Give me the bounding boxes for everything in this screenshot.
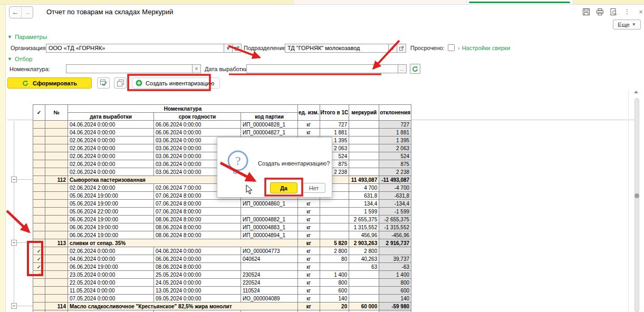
cell-num[interactable] (45, 216, 68, 223)
cell-prod-date[interactable]: 04.06.2024 0:00:00 (68, 121, 154, 129)
cell-num[interactable] (45, 144, 68, 152)
group-row[interactable]: 114Масло сладкосливочное "Крестьянское" … (33, 303, 411, 310)
table-row[interactable]: ✓02.06.2024 0:00:0004.06.2024 0:00:00ИО_… (33, 247, 411, 255)
cell-num[interactable] (45, 208, 68, 216)
cell-total-1c[interactable] (320, 200, 349, 208)
row-checkbox[interactable] (33, 239, 45, 247)
row-checkbox[interactable] (33, 216, 45, 223)
cell-total-1c[interactable]: 727 (320, 121, 349, 129)
table-row[interactable]: ✓23.05.2024 0:00:0025.05.2024 0:00:00230… (33, 271, 411, 279)
table-row[interactable]: 23.03.2024 0:00:0023.06.2025 0:00:00132,… (33, 310, 411, 312)
cell-group-name[interactable]: сливки от сепар. 35% (68, 239, 298, 247)
cell-mercury[interactable]: 1 315,552 (349, 223, 379, 231)
cell-deviation[interactable]: -1 315,552 (379, 223, 411, 231)
cell-num[interactable] (45, 295, 68, 303)
cell-mercury[interactable]: 631,8 (349, 192, 379, 200)
cell-deviation[interactable]: -20 000 (379, 310, 411, 312)
cell-mercury[interactable] (349, 271, 379, 279)
cell-deviation[interactable]: -1 599 (379, 208, 411, 216)
cell-unit[interactable]: кг (298, 271, 320, 279)
cell-batch-code[interactable] (241, 263, 298, 271)
table-row[interactable]: 22.05.2024 0:00:0024.05.2024 0:00:002205… (33, 279, 411, 287)
cell-prod-date[interactable]: 05.06.2024 22:00:00 (68, 208, 154, 216)
cell-prod-date[interactable]: 02.06.2024 2:00:00 (68, 184, 154, 192)
cell-num[interactable] (45, 160, 68, 168)
cell-total-1c[interactable]: 1 400 (320, 271, 349, 279)
cell-deviation[interactable]: 140 (379, 295, 411, 303)
preview-button[interactable] (610, 8, 617, 15)
cell-mercury[interactable] (349, 168, 379, 176)
cell-batch-code[interactable]: 220524 (241, 279, 298, 287)
organization-input[interactable]: ООО «ТД «ГОРНЯК» (46, 44, 224, 53)
cell-shelf-life[interactable]: 06.06.2024 0:00:00 (154, 121, 241, 129)
cell-unit[interactable]: кг (298, 263, 320, 271)
cell-total-1c[interactable] (320, 216, 349, 223)
cell-mercury[interactable]: 63 (349, 263, 379, 271)
row-checkbox[interactable] (33, 303, 45, 310)
cell-deviation[interactable]: 727 (379, 121, 411, 129)
cell-prod-date[interactable]: 06.06.2024 19:00:00 (68, 223, 154, 231)
cell-mercury[interactable] (349, 121, 379, 129)
cell-mercury[interactable]: 60 000 (349, 303, 379, 310)
cell-prod-date[interactable]: 02.06.2024 0:00:00 (68, 144, 154, 152)
cell-total-1c[interactable]: 5 820 (320, 239, 349, 247)
cell-deviation[interactable]: 2 238 (379, 168, 411, 176)
cell-prod-date[interactable]: 02.06.2024 0:00:00 (68, 152, 154, 160)
cell-mercury[interactable] (349, 287, 379, 295)
cell-mercury[interactable]: 20 000 (349, 310, 379, 312)
refresh-filter-button[interactable] (410, 64, 420, 74)
cell-num[interactable] (45, 310, 68, 312)
cell-mercury[interactable] (349, 295, 379, 303)
cell-mercury[interactable] (349, 129, 379, 136)
cell-prod-date[interactable]: 11.05.2024 0:00:00 (68, 287, 154, 295)
browser-tab[interactable] (293, 0, 467, 4)
cell-deviation[interactable] (379, 247, 411, 255)
cell-deviation[interactable]: -59 980 (379, 303, 411, 310)
cell-unit[interactable]: кг (298, 279, 320, 287)
dialog-no-button[interactable]: Нет (302, 183, 325, 193)
cell-num[interactable] (45, 231, 68, 239)
cell-num[interactable] (45, 184, 68, 192)
row-checkbox[interactable] (33, 136, 45, 144)
header-shelf-life[interactable]: срок годности (154, 113, 241, 121)
cell-prod-date[interactable]: 04.06.2024 0:00:00 (68, 255, 154, 263)
collapse-group-button[interactable] (11, 177, 17, 182)
parameters-section-toggle[interactable]: ▼ Параметры (7, 34, 47, 40)
table-row[interactable]: ✓06.06.2024 19:00:0008.06.2024 8:00:00кг… (33, 263, 411, 271)
cell-unit[interactable]: кг (298, 247, 320, 255)
row-checkbox[interactable] (33, 152, 45, 160)
cell-prod-date[interactable]: 02.06.2024 0:00:00 (68, 160, 154, 168)
collapse-group-button[interactable] (11, 240, 17, 246)
table-row[interactable]: 05.06.2024 19:00:0007.06.2024 8:00:00ИП_… (33, 200, 411, 208)
cell-deviation[interactable]: -11 493,087 (379, 176, 411, 184)
row-checkbox[interactable] (33, 223, 45, 231)
more-menu-button[interactable]: ⋮ (623, 8, 631, 15)
row-checkbox[interactable] (33, 208, 45, 216)
row-checkbox[interactable] (33, 129, 45, 136)
cell-num[interactable] (45, 168, 68, 176)
cell-shelf-life[interactable]: 13.05.2024 0:00:00 (154, 287, 241, 295)
cell-batch-code[interactable]: ИП_000004827_1 (241, 129, 298, 136)
cell-num[interactable] (45, 192, 68, 200)
cell-prod-date[interactable]: 06.06.2024 19:00:00 (68, 263, 154, 271)
reconciliation-settings-link[interactable]: › Настройки сверки (458, 45, 510, 51)
row-checkbox-checked[interactable]: ✓ (33, 263, 45, 271)
cell-unit[interactable]: кг (298, 129, 320, 136)
cell-unit[interactable]: кг (298, 255, 320, 263)
cell-shelf-life[interactable]: 08.06.2024 8:00:00 (154, 263, 241, 271)
cell-batch-code[interactable]: ИО_000004773 (241, 247, 298, 255)
cell-batch-code[interactable]: 110524 (241, 287, 298, 295)
cell-mercury[interactable]: 4 700 (349, 184, 379, 192)
cell-shelf-life[interactable]: 07.06.2024 8:00:00 (154, 208, 241, 216)
cell-mercury[interactable]: 11 493,087 (349, 176, 379, 184)
cell-num[interactable] (45, 271, 68, 279)
cell-prod-date[interactable]: 05.06.2024 19:00:00 (68, 200, 154, 208)
cell-total-1c[interactable]: 1 881 (320, 129, 349, 136)
cell-batch-code[interactable]: ИП_000004882_1 (241, 216, 298, 223)
table-row[interactable]: 06.06.2024 19:00:0008.06.2024 8:00:00ИП_… (33, 231, 411, 239)
close-button[interactable]: × (637, 8, 644, 15)
cell-batch-code[interactable]: ИП_000004883_1 (241, 223, 298, 231)
cell-deviation[interactable]: -631,8 (379, 192, 411, 200)
cell-num[interactable]: 112 (45, 176, 68, 184)
header-mercury[interactable]: меркурий (349, 105, 379, 121)
